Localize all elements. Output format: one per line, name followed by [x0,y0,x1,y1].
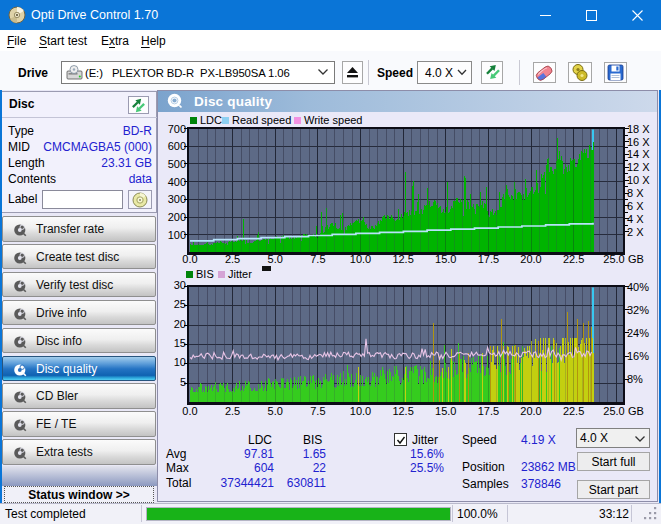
svg-text:25: 25 [174,298,186,310]
svg-text:GB: GB [628,253,644,265]
svg-text:15.0: 15.0 [435,405,456,417]
svg-text:7.5: 7.5 [310,253,325,265]
svg-text:5: 5 [180,376,186,388]
svg-text:300: 300 [168,193,186,205]
svg-text:100: 100 [168,229,186,241]
svg-text:24%: 24% [627,327,649,339]
svg-text:22.5: 22.5 [563,405,584,417]
svg-text:200: 200 [168,211,186,223]
svg-text:20.0: 20.0 [520,405,541,417]
svg-text:22.5: 22.5 [563,253,584,265]
svg-text:30: 30 [174,279,186,291]
svg-text:10: 10 [174,356,186,368]
svg-text:7.5: 7.5 [310,405,325,417]
svg-text:2.5: 2.5 [225,405,240,417]
svg-text:32%: 32% [627,304,649,316]
svg-text:16%: 16% [627,350,649,362]
svg-text:25.0: 25.0 [603,253,624,265]
svg-text:0.0: 0.0 [182,253,197,265]
svg-text:8%: 8% [627,373,643,385]
svg-text:20.0: 20.0 [520,253,541,265]
svg-text:4 X: 4 X [627,213,644,225]
svg-text:10 X: 10 X [627,174,650,186]
svg-text:400: 400 [168,176,186,188]
svg-text:5.0: 5.0 [268,405,283,417]
svg-text:700: 700 [168,123,186,135]
svg-text:10.0: 10.0 [350,253,371,265]
svg-text:17.5: 17.5 [478,253,499,265]
svg-text:15.0: 15.0 [435,253,456,265]
svg-text:5.0: 5.0 [268,253,283,265]
svg-text:12.5: 12.5 [392,405,413,417]
svg-text:17.5: 17.5 [478,405,499,417]
svg-text:600: 600 [168,140,186,152]
svg-text:10.0: 10.0 [350,405,371,417]
svg-text:8 X: 8 X [627,187,644,199]
svg-text:18 X: 18 X [627,123,650,135]
svg-text:2 X: 2 X [627,226,644,238]
svg-text:6 X: 6 X [627,200,644,212]
svg-text:20: 20 [174,318,186,330]
svg-text:0.0: 0.0 [182,405,197,417]
svg-text:40%: 40% [627,281,649,293]
svg-text:12.5: 12.5 [392,253,413,265]
svg-text:14 X: 14 X [627,148,650,160]
svg-text:2.5: 2.5 [225,253,240,265]
svg-text:25.0: 25.0 [603,405,624,417]
svg-text:15: 15 [174,337,186,349]
svg-text:16 X: 16 X [627,136,650,148]
svg-text:GB: GB [628,405,644,417]
svg-text:12 X: 12 X [627,161,650,173]
svg-text:500: 500 [168,158,186,170]
